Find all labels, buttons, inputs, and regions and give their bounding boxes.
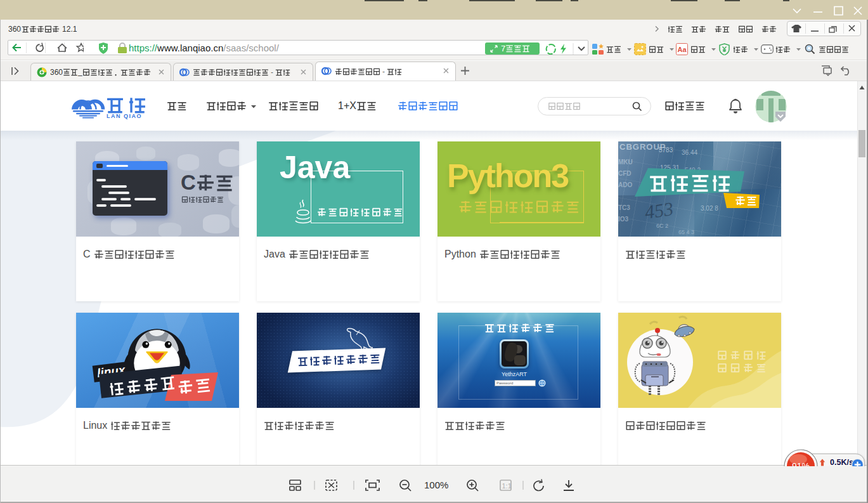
svg-text:Aa: Aa [677,46,687,53]
svg-text:100%: 100% [424,480,448,490]
svg-text:91%: 91% [792,461,810,466]
svg-text:1:1: 1:1 [502,482,512,490]
